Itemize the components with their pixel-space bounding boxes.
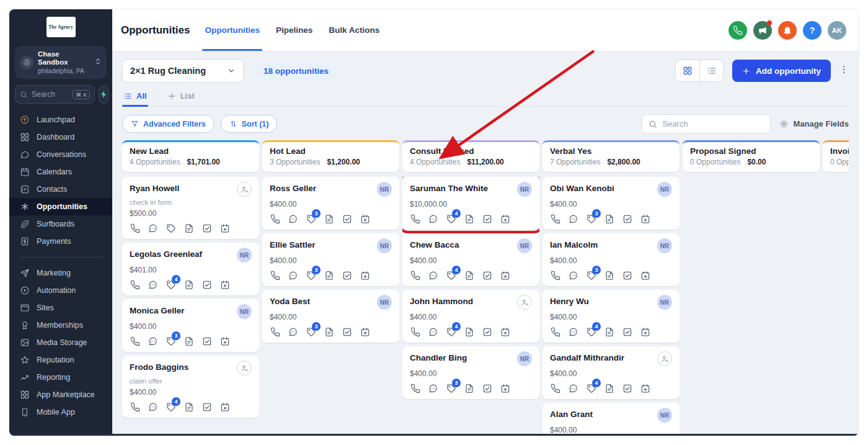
tasks-icon[interactable] <box>622 326 632 337</box>
message-icon[interactable] <box>288 326 298 337</box>
tags-icon[interactable] <box>166 223 176 233</box>
list-view-button[interactable] <box>699 60 723 81</box>
assignee-avatar[interactable]: NR <box>237 248 252 263</box>
appointment-icon[interactable] <box>640 326 650 337</box>
appointment-icon[interactable] <box>640 270 650 281</box>
notes-icon[interactable] <box>464 326 474 337</box>
message-icon[interactable] <box>148 223 158 233</box>
notes-icon[interactable] <box>604 270 614 281</box>
column-header[interactable]: Verbal Yes 7 Opportunities$2,800.00 <box>542 140 680 172</box>
tasks-icon[interactable] <box>202 402 212 412</box>
column-header[interactable]: Consult Booked 4 Opportunities$11,200.00 <box>402 140 539 172</box>
column-header[interactable]: Hot Lead 3 Opportunities$1,200.00 <box>262 140 399 172</box>
assignee-avatar[interactable]: NR <box>517 238 532 253</box>
tab-pipelines[interactable]: Pipelines <box>276 9 312 51</box>
message-icon[interactable] <box>568 383 578 393</box>
tasks-icon[interactable] <box>202 279 212 290</box>
assignee-avatar[interactable]: NR <box>377 295 392 310</box>
opportunity-card[interactable]: Ellie SattlerNR $400.00 3 <box>262 233 399 286</box>
message-icon[interactable] <box>148 402 158 412</box>
tags-icon[interactable]: 3 <box>306 270 316 281</box>
manage-fields-button[interactable]: Manage Fields <box>779 119 849 128</box>
message-icon[interactable] <box>428 383 438 393</box>
sidebar-item-marketing[interactable]: Marketing <box>9 264 112 282</box>
assignee-avatar[interactable]: NR <box>657 238 672 253</box>
tab-bulk-actions[interactable]: Bulk Actions <box>329 9 379 51</box>
tags-icon[interactable]: 4 <box>166 402 176 412</box>
tasks-icon[interactable] <box>342 214 352 224</box>
tags-icon[interactable]: 4 <box>586 383 596 393</box>
tab-opportunities[interactable]: Opportunities <box>205 9 260 51</box>
unassigned-avatar-icon[interactable] <box>657 351 672 366</box>
call-icon[interactable] <box>410 270 420 281</box>
call-icon[interactable] <box>410 326 420 337</box>
call-icon[interactable] <box>550 270 560 281</box>
tags-icon[interactable]: 4 <box>446 214 456 224</box>
opportunity-card[interactable]: Gandalf Mithrandir $400.00 4 <box>542 346 680 399</box>
call-icon[interactable] <box>550 214 560 224</box>
call-icon[interactable] <box>130 223 140 233</box>
call-icon[interactable] <box>550 383 560 393</box>
call-icon[interactable] <box>270 326 280 337</box>
sidebar-item-conversations[interactable]: Conversations <box>9 146 112 163</box>
opportunity-card[interactable]: Chew BaccaNR $400.00 4 <box>402 233 539 286</box>
tasks-icon[interactable] <box>202 336 212 346</box>
opportunity-card[interactable]: Monica GellerNR $400.00 3 <box>122 299 259 352</box>
notes-icon[interactable] <box>464 214 474 224</box>
call-icon[interactable] <box>410 214 420 224</box>
opportunity-card-highlighted[interactable]: Saruman The WhiteNR $10,000.00 4 <box>402 177 539 230</box>
tags-icon[interactable]: 3 <box>586 270 596 281</box>
tags-icon[interactable]: 4 <box>166 279 176 290</box>
sidebar-item-memberships[interactable]: Memberships <box>9 317 112 334</box>
sidebar-item-opportunities[interactable]: Opportunities <box>9 198 112 215</box>
sidebar-item-automation[interactable]: Automation <box>9 282 112 299</box>
profile-avatar[interactable]: AK <box>828 21 846 40</box>
ai-assistant-button[interactable] <box>99 85 108 104</box>
tags-icon[interactable]: 3 <box>306 214 316 224</box>
grid-view-button[interactable] <box>676 60 699 81</box>
add-list-button[interactable]: List <box>166 90 196 106</box>
assignee-avatar[interactable]: NR <box>657 295 672 310</box>
call-icon[interactable] <box>270 270 280 281</box>
appointment-icon[interactable] <box>360 270 370 281</box>
appointment-icon[interactable] <box>219 336 230 346</box>
sidebar-item-contacts[interactable]: Contacts <box>9 181 112 198</box>
column-header[interactable]: New Lead 4 Opportunities$1,701.00 <box>122 140 259 172</box>
message-icon[interactable] <box>568 326 578 337</box>
call-icon[interactable] <box>130 402 140 412</box>
tasks-icon[interactable] <box>342 270 352 281</box>
sidebar-search[interactable]: ⌘ K <box>15 85 95 104</box>
opportunity-card[interactable]: Obi Wan KenobiNR $400.00 3 <box>542 177 680 230</box>
sort-button[interactable]: Sort (1) <box>221 115 278 133</box>
appointment-icon[interactable] <box>640 383 650 393</box>
sidebar-item-surfboards[interactable]: Surfboards <box>9 215 112 233</box>
more-options-button[interactable] <box>839 65 849 77</box>
opportunity-card[interactable]: Henry WuNR $400.00 4 <box>542 290 680 343</box>
sidebar-item-mobile-app[interactable]: Mobile App <box>9 403 112 421</box>
appointment-icon[interactable] <box>219 279 230 290</box>
tasks-icon[interactable] <box>342 326 352 337</box>
tasks-icon[interactable] <box>482 326 492 337</box>
appointment-icon[interactable] <box>500 326 510 337</box>
sidebar-item-launchpad[interactable]: Launchpad <box>9 111 112 128</box>
appointment-icon[interactable] <box>360 214 370 224</box>
tags-icon[interactable]: 4 <box>586 326 596 337</box>
tasks-icon[interactable] <box>482 270 492 281</box>
tasks-icon[interactable] <box>482 383 492 393</box>
sidebar-item-app-marketplace[interactable]: App Marketplace <box>9 386 112 403</box>
sidebar-item-dashboard[interactable]: Dashboard <box>9 128 112 146</box>
sidebar-item-sites[interactable]: Sites <box>9 299 112 317</box>
help-button[interactable]: ? <box>803 21 822 40</box>
appointment-icon[interactable] <box>500 214 510 224</box>
notes-icon[interactable] <box>604 326 614 337</box>
advanced-filters-button[interactable]: Advanced Filters <box>122 115 215 133</box>
opportunity-card[interactable]: John Hammond $400.00 4 <box>402 290 539 343</box>
notes-icon[interactable] <box>184 402 194 412</box>
call-icon[interactable] <box>130 279 140 290</box>
assignee-avatar[interactable]: NR <box>657 408 672 423</box>
assignee-avatar[interactable]: NR <box>377 238 392 253</box>
opportunity-card[interactable]: Chandler BingNR $400.00 3 <box>402 346 539 399</box>
assignee-avatar[interactable]: NR <box>377 182 392 197</box>
board-search-input[interactable] <box>662 119 755 128</box>
appointment-icon[interactable] <box>500 270 510 281</box>
